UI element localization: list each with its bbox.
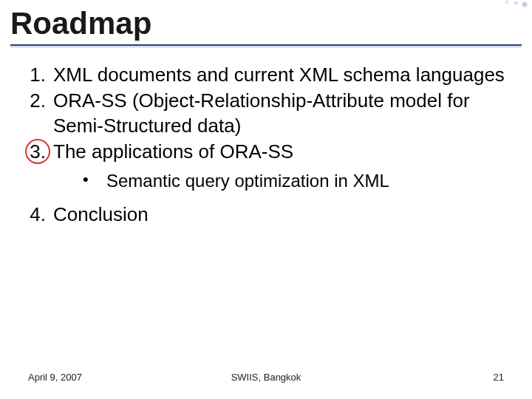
item-number: 4. — [15, 202, 53, 227]
title-bar: Roadmap — [0, 0, 532, 45]
item-text: XML documents and current XML schema lan… — [53, 63, 517, 87]
item-text: Conclusion — [53, 202, 517, 227]
list-item: 2. ORA-SS (Object-Relationship-Attribute… — [15, 89, 517, 138]
footer-venue: SWIIS, Bangkok — [231, 372, 301, 383]
list-item: 4. Conclusion — [15, 202, 517, 227]
item-number-circled: 3. — [15, 140, 53, 164]
footer-date: April 9, 2007 — [28, 372, 82, 383]
item-number: 1. — [15, 63, 53, 87]
item-text: ORA-SS (Object-Relationship-Attribute mo… — [53, 89, 517, 138]
item-text: The applications of ORA-SS — [53, 140, 517, 164]
list-item: 1. XML documents and current XML schema … — [15, 63, 517, 87]
slide-title: Roadmap — [10, 6, 522, 41]
outline-list: 1. XML documents and current XML schema … — [15, 63, 517, 227]
sub-item: • Semantic query optimization in XML — [15, 170, 517, 192]
item-number: 2. — [15, 89, 53, 113]
title-underline — [10, 44, 522, 45]
slide-content: 1. XML documents and current XML schema … — [0, 45, 532, 227]
list-item: 3. The applications of ORA-SS — [15, 140, 517, 164]
bullet-icon: • — [83, 170, 106, 189]
footer-page-number: 21 — [494, 372, 504, 383]
sub-item-text: Semantic query optimization in XML — [106, 170, 517, 192]
footer: April 9, 2007 SWIIS, Bangkok 21 — [0, 372, 532, 383]
corner-decoration — [491, 0, 532, 12]
